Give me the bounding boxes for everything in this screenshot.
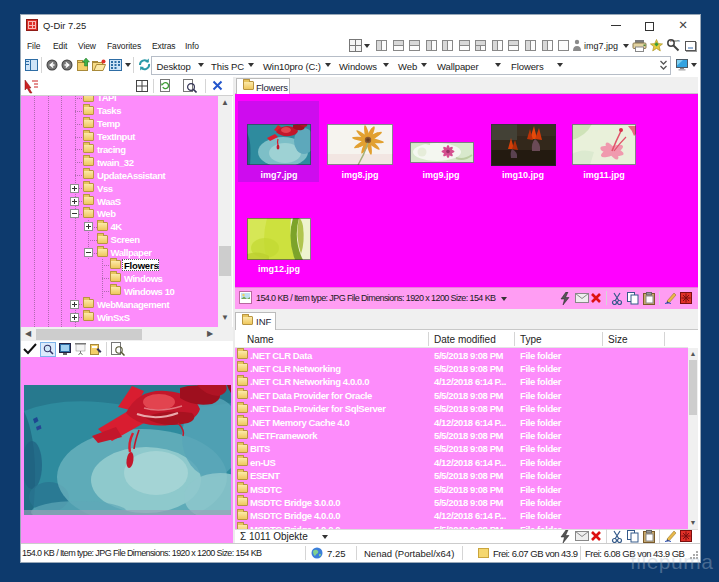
svg-text:zoom: zoom xyxy=(670,38,680,43)
